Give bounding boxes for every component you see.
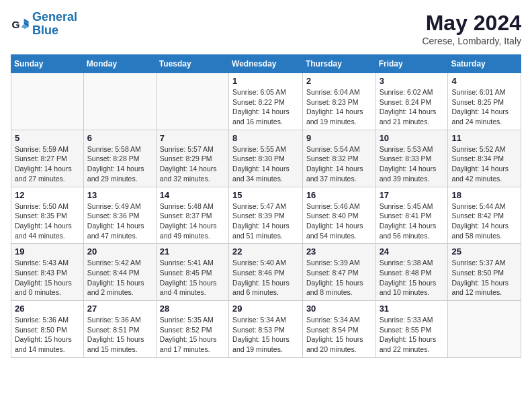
day-number: 7 bbox=[160, 133, 225, 143]
calendar-cell: 5Sunrise: 5:59 AM Sunset: 8:27 PM Daylig… bbox=[11, 130, 84, 187]
calendar-week-row: 19Sunrise: 5:43 AM Sunset: 8:43 PM Dayli… bbox=[11, 244, 521, 301]
day-info: Sunrise: 5:44 AM Sunset: 8:42 PM Dayligh… bbox=[451, 201, 517, 241]
day-number: 25 bbox=[451, 246, 517, 257]
day-info: Sunrise: 5:46 AM Sunset: 8:40 PM Dayligh… bbox=[306, 201, 372, 241]
day-number: 8 bbox=[232, 133, 299, 143]
day-number: 12 bbox=[15, 190, 80, 200]
day-number: 17 bbox=[380, 190, 445, 200]
calendar-cell bbox=[156, 73, 228, 130]
svg-text:G: G bbox=[11, 18, 19, 30]
day-info: Sunrise: 5:38 AM Sunset: 8:48 PM Dayligh… bbox=[380, 258, 445, 298]
day-info: Sunrise: 5:37 AM Sunset: 8:50 PM Dayligh… bbox=[451, 258, 517, 298]
day-number: 15 bbox=[232, 190, 299, 200]
day-info: Sunrise: 5:48 AM Sunset: 8:37 PM Dayligh… bbox=[160, 201, 225, 241]
calendar-cell: 20Sunrise: 5:42 AM Sunset: 8:44 PM Dayli… bbox=[83, 244, 156, 301]
calendar-cell: 29Sunrise: 5:34 AM Sunset: 8:53 PM Dayli… bbox=[229, 301, 303, 358]
page-header: G General Blue May 2024 Cerese, Lombardy… bbox=[11, 11, 521, 46]
day-info: Sunrise: 5:57 AM Sunset: 8:29 PM Dayligh… bbox=[160, 144, 225, 184]
day-info: Sunrise: 5:36 AM Sunset: 8:51 PM Dayligh… bbox=[87, 315, 152, 355]
calendar-cell bbox=[448, 301, 521, 358]
day-number: 27 bbox=[87, 304, 152, 314]
calendar-header-row: SundayMondayTuesdayWednesdayThursdayFrid… bbox=[11, 55, 521, 73]
day-info: Sunrise: 5:34 AM Sunset: 8:53 PM Dayligh… bbox=[232, 315, 299, 355]
calendar-cell: 26Sunrise: 5:36 AM Sunset: 8:50 PM Dayli… bbox=[11, 301, 84, 358]
day-info: Sunrise: 5:36 AM Sunset: 8:50 PM Dayligh… bbox=[15, 315, 80, 355]
calendar-cell: 30Sunrise: 5:34 AM Sunset: 8:54 PM Dayli… bbox=[302, 301, 375, 358]
calendar-cell: 3Sunrise: 6:02 AM Sunset: 8:24 PM Daylig… bbox=[375, 73, 448, 130]
day-info: Sunrise: 5:33 AM Sunset: 8:55 PM Dayligh… bbox=[380, 315, 445, 355]
day-number: 14 bbox=[160, 190, 225, 200]
day-number: 2 bbox=[306, 76, 372, 86]
day-info: Sunrise: 5:45 AM Sunset: 8:41 PM Dayligh… bbox=[380, 201, 445, 241]
weekday-header-saturday: Saturday bbox=[448, 55, 521, 73]
day-number: 22 bbox=[232, 246, 299, 257]
day-info: Sunrise: 5:58 AM Sunset: 8:28 PM Dayligh… bbox=[87, 144, 152, 184]
calendar-cell: 4Sunrise: 6:01 AM Sunset: 8:25 PM Daylig… bbox=[448, 73, 521, 130]
calendar-cell: 21Sunrise: 5:41 AM Sunset: 8:45 PM Dayli… bbox=[156, 244, 228, 301]
day-number: 24 bbox=[380, 246, 445, 257]
calendar-cell: 15Sunrise: 5:47 AM Sunset: 8:39 PM Dayli… bbox=[229, 187, 303, 244]
calendar-week-row: 12Sunrise: 5:50 AM Sunset: 8:35 PM Dayli… bbox=[11, 187, 521, 244]
weekday-header-thursday: Thursday bbox=[302, 55, 375, 73]
day-number: 6 bbox=[87, 133, 152, 143]
calendar-cell: 2Sunrise: 6:04 AM Sunset: 8:23 PM Daylig… bbox=[302, 73, 375, 130]
day-number: 23 bbox=[306, 246, 372, 257]
day-number: 10 bbox=[380, 133, 445, 143]
day-number: 1 bbox=[232, 76, 299, 86]
day-number: 30 bbox=[306, 304, 372, 314]
day-info: Sunrise: 5:55 AM Sunset: 8:30 PM Dayligh… bbox=[232, 144, 299, 184]
day-number: 16 bbox=[306, 190, 372, 200]
calendar-cell: 9Sunrise: 5:54 AM Sunset: 8:32 PM Daylig… bbox=[302, 130, 375, 187]
logo-text: General Blue bbox=[32, 11, 77, 38]
location-subtitle: Cerese, Lombardy, Italy bbox=[422, 36, 521, 46]
calendar-cell bbox=[11, 73, 84, 130]
calendar-cell: 27Sunrise: 5:36 AM Sunset: 8:51 PM Dayli… bbox=[83, 301, 156, 358]
day-info: Sunrise: 5:43 AM Sunset: 8:43 PM Dayligh… bbox=[15, 258, 80, 298]
day-number: 11 bbox=[451, 133, 517, 143]
day-info: Sunrise: 5:47 AM Sunset: 8:39 PM Dayligh… bbox=[232, 201, 299, 241]
day-info: Sunrise: 5:39 AM Sunset: 8:47 PM Dayligh… bbox=[306, 258, 372, 298]
day-info: Sunrise: 6:05 AM Sunset: 8:22 PM Dayligh… bbox=[232, 87, 299, 127]
day-info: Sunrise: 5:53 AM Sunset: 8:33 PM Dayligh… bbox=[380, 144, 445, 184]
calendar-cell: 31Sunrise: 5:33 AM Sunset: 8:55 PM Dayli… bbox=[375, 301, 448, 358]
calendar-week-row: 5Sunrise: 5:59 AM Sunset: 8:27 PM Daylig… bbox=[11, 130, 521, 187]
calendar-cell: 18Sunrise: 5:44 AM Sunset: 8:42 PM Dayli… bbox=[448, 187, 521, 244]
day-info: Sunrise: 5:42 AM Sunset: 8:44 PM Dayligh… bbox=[87, 258, 152, 298]
calendar-cell: 7Sunrise: 5:57 AM Sunset: 8:29 PM Daylig… bbox=[156, 130, 228, 187]
calendar-cell: 6Sunrise: 5:58 AM Sunset: 8:28 PM Daylig… bbox=[83, 130, 156, 187]
weekday-header-tuesday: Tuesday bbox=[156, 55, 228, 73]
calendar-cell: 19Sunrise: 5:43 AM Sunset: 8:43 PM Dayli… bbox=[11, 244, 84, 301]
calendar-cell: 13Sunrise: 5:49 AM Sunset: 8:36 PM Dayli… bbox=[83, 187, 156, 244]
calendar-cell: 12Sunrise: 5:50 AM Sunset: 8:35 PM Dayli… bbox=[11, 187, 84, 244]
calendar-cell: 22Sunrise: 5:40 AM Sunset: 8:46 PM Dayli… bbox=[229, 244, 303, 301]
day-number: 26 bbox=[15, 304, 80, 314]
day-number: 9 bbox=[306, 133, 372, 143]
calendar-week-row: 26Sunrise: 5:36 AM Sunset: 8:50 PM Dayli… bbox=[11, 301, 521, 358]
day-number: 5 bbox=[15, 133, 80, 143]
day-info: Sunrise: 5:40 AM Sunset: 8:46 PM Dayligh… bbox=[232, 258, 299, 298]
day-number: 28 bbox=[160, 304, 225, 314]
calendar-cell: 23Sunrise: 5:39 AM Sunset: 8:47 PM Dayli… bbox=[302, 244, 375, 301]
logo-icon: G bbox=[11, 15, 30, 34]
calendar-cell: 10Sunrise: 5:53 AM Sunset: 8:33 PM Dayli… bbox=[375, 130, 448, 187]
calendar-cell: 16Sunrise: 5:46 AM Sunset: 8:40 PM Dayli… bbox=[302, 187, 375, 244]
day-number: 29 bbox=[232, 304, 299, 314]
day-number: 20 bbox=[87, 246, 152, 257]
calendar-cell: 25Sunrise: 5:37 AM Sunset: 8:50 PM Dayli… bbox=[448, 244, 521, 301]
day-number: 21 bbox=[160, 246, 225, 257]
calendar-week-row: 1Sunrise: 6:05 AM Sunset: 8:22 PM Daylig… bbox=[11, 73, 521, 130]
day-number: 4 bbox=[451, 76, 517, 86]
calendar-cell: 17Sunrise: 5:45 AM Sunset: 8:41 PM Dayli… bbox=[375, 187, 448, 244]
calendar-cell: 8Sunrise: 5:55 AM Sunset: 8:30 PM Daylig… bbox=[229, 130, 303, 187]
calendar-cell: 14Sunrise: 5:48 AM Sunset: 8:37 PM Dayli… bbox=[156, 187, 228, 244]
day-number: 3 bbox=[380, 76, 445, 86]
day-info: Sunrise: 5:59 AM Sunset: 8:27 PM Dayligh… bbox=[15, 144, 80, 184]
day-info: Sunrise: 5:54 AM Sunset: 8:32 PM Dayligh… bbox=[306, 144, 372, 184]
calendar-cell: 24Sunrise: 5:38 AM Sunset: 8:48 PM Dayli… bbox=[375, 244, 448, 301]
day-info: Sunrise: 5:50 AM Sunset: 8:35 PM Dayligh… bbox=[15, 201, 80, 241]
weekday-header-wednesday: Wednesday bbox=[229, 55, 303, 73]
weekday-header-sunday: Sunday bbox=[11, 55, 84, 73]
calendar-cell bbox=[83, 73, 156, 130]
day-number: 31 bbox=[380, 304, 445, 314]
day-info: Sunrise: 5:49 AM Sunset: 8:36 PM Dayligh… bbox=[87, 201, 152, 241]
